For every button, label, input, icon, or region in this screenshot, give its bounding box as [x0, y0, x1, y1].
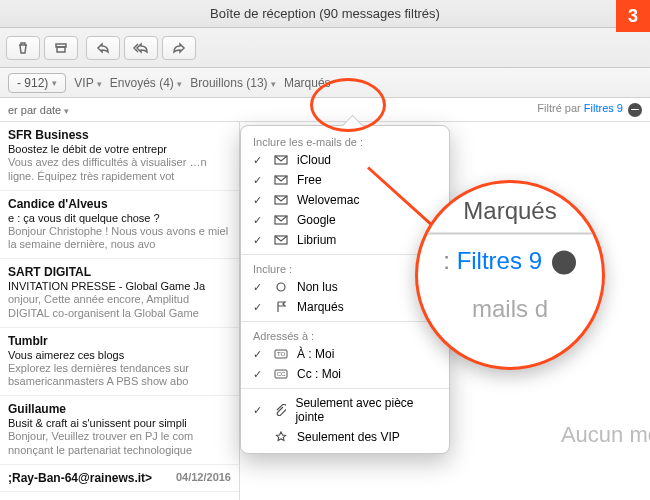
- svg-text:CC: CC: [277, 371, 286, 377]
- filter-option[interactable]: ✓Non lus: [241, 277, 449, 297]
- filter-option[interactable]: ✓iCloud: [241, 150, 449, 170]
- filter-option[interactable]: ✓Seulement avec pièce jointe: [241, 393, 449, 427]
- svg-point-7: [277, 283, 285, 291]
- filter-option[interactable]: ✓TOÀ : Moi: [241, 344, 449, 364]
- annotation-step-badge: 3: [616, 0, 650, 32]
- message-item[interactable]: GuillaumeBusit & craft ai s'unissent pou…: [0, 396, 239, 465]
- fav-flagged[interactable]: Marqués: [284, 76, 331, 90]
- count-segment[interactable]: - 912)▾: [8, 73, 66, 93]
- star-icon: [273, 431, 289, 443]
- filters-popover: Inclure les e-mails de :✓iCloud✓Free✓Wel…: [240, 125, 450, 454]
- window-title: Boîte de réception (90 messages filtrés): [210, 6, 440, 21]
- message-list[interactable]: SFR BusinessBoostez le débit de votre en…: [0, 122, 240, 500]
- reply-all-button[interactable]: [124, 36, 158, 60]
- inbox-icon: [273, 195, 289, 205]
- inbox-icon: [273, 235, 289, 245]
- favorites-bar: - 912)▾ VIP ▾ Envoyés (4) ▾ Brouillons (…: [0, 68, 650, 98]
- to-icon: TO: [273, 349, 289, 359]
- message-item[interactable]: TumblrVous aimerez ces blogsExplorez les…: [0, 328, 239, 397]
- no-message-label: Aucun me: [561, 422, 650, 448]
- filter-option[interactable]: ✓CCCc : Moi: [241, 364, 449, 384]
- fav-sent[interactable]: Envoyés (4) ▾: [110, 76, 182, 90]
- filters-link[interactable]: Filtres 9: [584, 102, 623, 114]
- inbox-icon: [273, 155, 289, 165]
- filter-option[interactable]: ✓Marqués: [241, 297, 449, 317]
- message-item[interactable]: Candice d'Alveuse : ça vous dit quelque …: [0, 191, 239, 260]
- popover-section: Adressés à :: [241, 326, 449, 344]
- filter-toggle-icon[interactable]: [628, 103, 642, 117]
- message-item[interactable]: ;Ray-Ban-64@rainews.it>04/12/2016: [0, 465, 239, 492]
- filtered-by-label: Filtré par: [537, 102, 580, 114]
- filter-option[interactable]: ✓Librium: [241, 230, 449, 250]
- popover-section: Inclure les e-mails de :: [241, 132, 449, 150]
- sort-label[interactable]: er par date ▾: [8, 104, 69, 116]
- flag-icon: [273, 301, 289, 313]
- toolbar: [0, 28, 650, 68]
- svg-rect-1: [57, 47, 65, 52]
- window-titlebar: Boîte de réception (90 messages filtrés): [0, 0, 650, 28]
- popover-section: Inclure :: [241, 259, 449, 277]
- delete-button[interactable]: [6, 36, 40, 60]
- message-item[interactable]: SFR BusinessBoostez le débit de votre en…: [0, 122, 239, 191]
- message-item[interactable]: SART DIGITALINVITATION PRESSE - Global G…: [0, 259, 239, 328]
- svg-text:TO: TO: [277, 351, 286, 357]
- filter-option[interactable]: ✓Free: [241, 170, 449, 190]
- archive-button[interactable]: [44, 36, 78, 60]
- filter-option[interactable]: ✓Welovemac: [241, 190, 449, 210]
- unread-icon: [273, 282, 289, 292]
- filter-option[interactable]: Seulement des VIP: [241, 427, 449, 447]
- fav-vip[interactable]: VIP ▾: [74, 76, 101, 90]
- inbox-icon: [273, 175, 289, 185]
- sort-filter-bar: er par date ▾ Filtré par Filtres 9: [0, 98, 650, 122]
- reply-button[interactable]: [86, 36, 120, 60]
- forward-button[interactable]: [162, 36, 196, 60]
- attachment-icon: [272, 404, 287, 416]
- inbox-icon: [273, 215, 289, 225]
- cc-icon: CC: [273, 369, 289, 379]
- fav-drafts[interactable]: Brouillons (13) ▾: [190, 76, 276, 90]
